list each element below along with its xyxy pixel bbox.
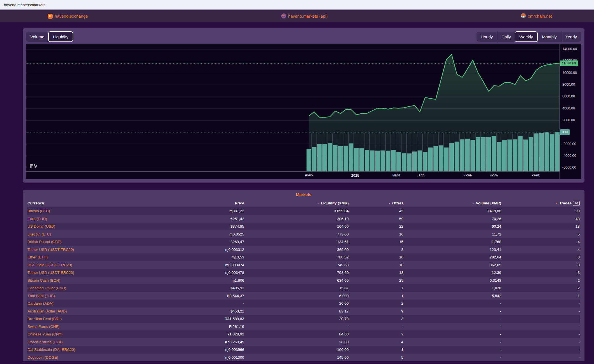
table-row: Tether USD (USDT-TRC20)ɱ0,003312369,0081… [27,246,580,254]
currency-link[interactable]: Dogecoin (DOGE) [27,354,182,361]
nav-link-xmrchain-net[interactable]: xmrchain.net [521,13,552,19]
cell-price: Fr261,19 [182,323,244,331]
nav-link-haveno-exchange[interactable]: Hhaveno.exchange [48,13,88,19]
y-axis-label: 10000.00 [562,71,577,75]
column-header-offers[interactable]: ▼Offers [349,199,404,207]
currency-link[interactable]: Euro (EUR) [27,215,182,223]
timeframe-button-hourly[interactable]: Hourly [477,32,497,42]
currency-link[interactable]: Cardano (ADA) [27,300,182,307]
cell-liquidity-xmr-: 134,61 [244,238,349,246]
cell-offers: 1 [349,292,404,300]
column-header-label: Currency [27,201,44,205]
currency-link[interactable]: Litecoin (LTC) [27,230,182,238]
cell-liquidity-xmr-: 84,00 [244,330,349,338]
table-row: Dogecoin (DOGE)ɱ0,001300145,005-- [27,354,580,361]
chart-plot[interactable]: нояб.2025мартапр.июньиюльсент. [26,44,560,179]
column-header-trades[interactable]: ▼Trades7d [501,199,580,207]
cell-price: ɱ0,003966 [182,346,244,354]
timeframe-button-weekly[interactable]: Weekly [515,31,538,42]
currency-link[interactable]: US Dollar (USD) [27,223,182,230]
cell-volume-xmr-: 12,39 [404,269,501,277]
column-header-liquidity-xmr-[interactable]: ▼Liquidity (XMR) [244,199,349,207]
cell-volume-xmr-: 5,842 [404,292,501,300]
cell-offers: 10 [349,230,404,238]
currency-link[interactable]: Dai Stablecoin (DAI-ERC20) [27,346,182,354]
cell-offers: 2 [349,330,404,338]
cell-liquidity-xmr-: 83,17 [244,307,349,315]
table-row: Brazilian Real (BRL)R$1 589,8320,793-- [27,315,580,323]
tradingview-logo-icon[interactable] [29,164,38,169]
currency-link[interactable]: Brazilian Real (BRL) [27,315,182,323]
browser-url-bar[interactable]: haveno.markets/markets [0,0,594,10]
currency-link[interactable]: British Pound (GBP) [27,238,182,246]
current-price-tag: 11630.63 [560,60,578,66]
currency-link[interactable]: Tether USD (USDT-TRC20) [27,246,182,254]
currency-link[interactable]: Czech Koruna (CZK) [27,338,182,346]
table-header-row: CurrencyPrice▼Liquidity (XMR)▼Offers▼Vol… [27,199,580,207]
cell-trades: 3 [501,261,580,269]
currency-link[interactable]: Australian Dollar (AUD) [27,307,182,315]
chart-area[interactable]: нояб.2025мартапр.июньиюльсент. 14000.001… [26,44,581,179]
cell-trades: 2 [501,284,580,292]
table-row: USD Coin (USDC-ERC20)ɱ0,003074749,601036… [27,261,580,269]
column-header-currency[interactable]: Currency [27,199,182,207]
column-header-volume-xmr-[interactable]: ▼Volume (XMR) [404,199,501,207]
cell-offers: - [349,323,404,331]
cell-volume-xmr-: - [404,330,501,338]
series-button-liquidity[interactable]: Liquidity [48,31,73,42]
cell-liquidity-xmr-: 749,60 [244,261,349,269]
cell-price: ɱ13,53 [182,253,244,261]
nav-link-label: haveno.exchange [55,14,88,18]
table-row: Bitcoin Cash (BCH)ɱ1,806634,05250,31432 [27,277,580,284]
timeframe-button-monthly[interactable]: Monthly [537,32,561,42]
x-axis-label: март [392,173,400,177]
cell-price: ɱ0,003478 [182,269,244,277]
cell-liquidity-xmr-: 306,10 [244,215,349,223]
liquidity-chart-svg[interactable] [26,44,560,171]
cell-trades: 18 [501,223,580,230]
cell-trades: - [501,315,580,323]
current-bar-tag: 339 [560,129,570,135]
y-axis-label: 6000.00 [562,94,575,98]
currency-link[interactable]: Bitcoin Cash (BCH) [27,277,182,284]
cell-liquidity-xmr-: 780,52 [244,253,349,261]
sort-desc-icon: ▼ [317,202,319,205]
currency-link[interactable]: USD Coin (USDC-ERC20) [27,261,182,269]
url-text: haveno.markets/markets [4,3,45,7]
timeframe-button-yearly[interactable]: Yearly [561,32,581,42]
x-axis-label: июль [490,173,498,177]
currency-link[interactable]: Swiss Franc (CHF) [27,323,182,331]
trades-period-button[interactable]: 7d [573,201,580,206]
currency-link[interactable]: Tether USD (USDT-ERC20) [27,269,182,277]
nav-link-haveno-markets-api-[interactable]: haveno.markets (api) [281,13,328,19]
cell-price: £269,47 [182,238,244,246]
y-axis-label: 8000.00 [562,83,575,87]
chart-toolbar: VolumeLiquidity HourlyDailyWeeklyMonthly… [26,32,581,42]
currency-link[interactable]: Chinese Yuan (CNY) [27,330,182,338]
cell-trades: - [501,330,580,338]
currency-link[interactable]: Canadian Dollar (CAD) [27,284,182,292]
column-header-price[interactable]: Price [182,199,244,207]
cell-volume-xmr-: - [404,307,501,315]
column-header-label: Liquidity (XMR) [321,201,349,205]
cell-trades: - [501,307,580,315]
currency-link[interactable]: Thai Baht (THB) [27,292,182,300]
cell-price: ɱ0,3525 [182,230,244,238]
chart-y-axis[interactable]: 14000.0012000.0010000.008000.006000.0040… [560,44,580,179]
table-row: Dai Stablecoin (DAI-ERC20)ɱ0,003966100,0… [27,346,580,354]
cell-offers: 59 [349,215,404,223]
cell-liquidity-xmr-: 634,05 [244,277,349,284]
table-row: Thai Baht (THB)฿8 544,376,00015,8421 [27,292,580,300]
currency-link[interactable]: Bitcoin (BTC) [27,207,182,215]
series-button-volume[interactable]: Volume [26,32,48,42]
cell-trades: 4 [501,238,580,246]
sort-desc-icon: ▼ [556,202,558,205]
timeframe-button-daily[interactable]: Daily [497,32,515,42]
cell-volume-xmr-: 1,028 [404,284,501,292]
cell-liquidity-xmr-: 369,00 [244,246,349,254]
cell-trades: - [501,300,580,307]
currency-link[interactable]: Ether (ETH) [27,253,182,261]
chart-x-axis[interactable]: нояб.2025мартапр.июньиюльсент. [26,171,560,179]
cell-liquidity-xmr-: 164,60 [244,223,349,230]
table-row: British Pound (GBP)£269,47134,61151,7684 [27,238,580,246]
